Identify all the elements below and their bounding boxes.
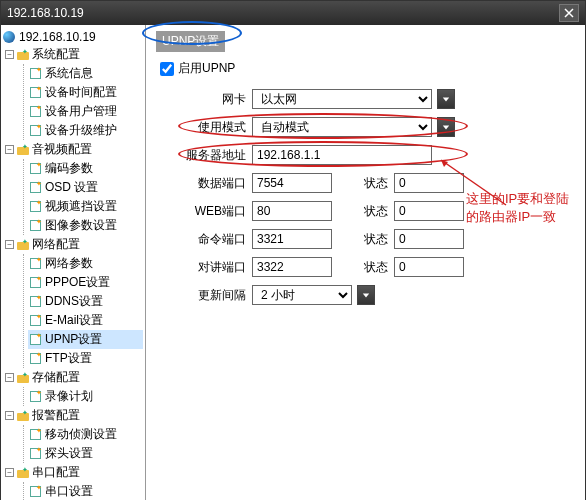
tree-item-label: 系统信息 [45, 65, 93, 82]
mode-label: 使用模式 [186, 119, 246, 136]
tree-item[interactable]: E-Mail设置 [28, 311, 143, 330]
mode-select[interactable]: 自动模式 [252, 117, 432, 137]
tree-item[interactable]: 系统信息 [28, 64, 143, 83]
window-title: 192.168.10.19 [7, 6, 84, 20]
page-icon [30, 277, 41, 288]
expander-icon[interactable]: − [5, 468, 14, 477]
data-status-input[interactable] [394, 173, 464, 193]
dropdown-icon[interactable] [437, 89, 455, 109]
folder-icon [17, 373, 29, 383]
tree-item[interactable]: 移动侦测设置 [28, 425, 143, 444]
tree-group-header[interactable]: −网络配置 [5, 235, 143, 254]
tree-group-label: 网络配置 [32, 236, 80, 253]
expander-icon[interactable]: − [5, 373, 14, 382]
tree-item[interactable]: 设备用户管理 [28, 102, 143, 121]
tree-item[interactable]: 串口设置 [28, 482, 143, 500]
tree-item-label: 编码参数 [45, 160, 93, 177]
cmd-port-input[interactable] [252, 229, 332, 249]
folder-icon [17, 240, 29, 250]
page-icon [30, 353, 41, 364]
close-icon [564, 8, 574, 18]
close-button[interactable] [559, 4, 579, 22]
server-input[interactable] [252, 145, 432, 165]
tree-group-header[interactable]: −音视频配置 [5, 140, 143, 159]
expander-icon[interactable]: − [5, 411, 14, 420]
tree-item[interactable]: UPNP设置 [28, 330, 143, 349]
status-label: 状态 [358, 203, 388, 220]
tree-item-label: 网络参数 [45, 255, 93, 272]
page-icon [30, 334, 41, 345]
nic-label: 网卡 [186, 91, 246, 108]
cmd-port-label: 命令端口 [186, 231, 246, 248]
tree-group-label: 串口配置 [32, 464, 80, 481]
page-icon [30, 125, 41, 136]
tree-item[interactable]: 设备升级维护 [28, 121, 143, 140]
tree-root-label: 192.168.10.19 [19, 30, 96, 44]
page-icon [30, 296, 41, 307]
web-port-label: WEB端口 [186, 203, 246, 220]
expander-icon[interactable]: − [5, 145, 14, 154]
tree-group-label: 音视频配置 [32, 141, 92, 158]
page-icon [30, 87, 41, 98]
enable-upnp-label: 启用UPNP [178, 60, 235, 77]
tree-item-label: 探头设置 [45, 445, 93, 462]
tree-item-label: UPNP设置 [45, 331, 102, 348]
enable-upnp-checkbox[interactable] [160, 62, 174, 76]
tree-item[interactable]: FTP设置 [28, 349, 143, 368]
expander-icon[interactable]: − [5, 240, 14, 249]
tree-item-label: 移动侦测设置 [45, 426, 117, 443]
tree-root[interactable]: 192.168.10.19 [3, 29, 143, 45]
page-icon [30, 391, 41, 402]
tree-item[interactable]: 编码参数 [28, 159, 143, 178]
page-icon [30, 220, 41, 231]
tree-item-label: 视频遮挡设置 [45, 198, 117, 215]
tree-group-header[interactable]: −报警配置 [5, 406, 143, 425]
tree-group-header[interactable]: −存储配置 [5, 368, 143, 387]
tree-item[interactable]: 录像计划 [28, 387, 143, 406]
web-port-input[interactable] [252, 201, 332, 221]
globe-icon [3, 31, 15, 43]
talk-status-input[interactable] [394, 257, 464, 277]
data-port-label: 数据端口 [186, 175, 246, 192]
panel-title: UPNP设置 [156, 31, 225, 52]
tree-item[interactable]: 视频遮挡设置 [28, 197, 143, 216]
tree-item[interactable]: 网络参数 [28, 254, 143, 273]
dropdown-icon[interactable] [437, 117, 455, 137]
dropdown-icon[interactable] [357, 285, 375, 305]
tree-group-header[interactable]: −串口配置 [5, 463, 143, 482]
tree-group-header[interactable]: −系统配置 [5, 45, 143, 64]
tree-item-label: 串口设置 [45, 483, 93, 500]
folder-icon [17, 50, 29, 60]
page-icon [30, 182, 41, 193]
web-status-input[interactable] [394, 201, 464, 221]
folder-icon [17, 411, 29, 421]
tree-item-label: 设备升级维护 [45, 122, 117, 139]
tree-item-label: 录像计划 [45, 388, 93, 405]
tree-item-label: 图像参数设置 [45, 217, 117, 234]
titlebar: 192.168.10.19 [1, 1, 585, 25]
page-icon [30, 448, 41, 459]
page-icon [30, 258, 41, 269]
tree-item[interactable]: 设备时间配置 [28, 83, 143, 102]
tree-item[interactable]: DDNS设置 [28, 292, 143, 311]
status-label: 状态 [358, 231, 388, 248]
main-panel: UPNP设置 启用UPNP 网卡 以太网 使用模式 自动模式 [146, 25, 585, 500]
status-label: 状态 [358, 175, 388, 192]
talk-port-input[interactable] [252, 257, 332, 277]
interval-label: 更新间隔 [186, 287, 246, 304]
tree-group-label: 存储配置 [32, 369, 80, 386]
tree-item[interactable]: 探头设置 [28, 444, 143, 463]
cmd-status-input[interactable] [394, 229, 464, 249]
tree-item-label: DDNS设置 [45, 293, 103, 310]
page-icon [30, 486, 41, 497]
tree-item[interactable]: PPPOE设置 [28, 273, 143, 292]
tree-item-label: 设备时间配置 [45, 84, 117, 101]
data-port-input[interactable] [252, 173, 332, 193]
expander-icon[interactable]: − [5, 50, 14, 59]
tree-item-label: FTP设置 [45, 350, 92, 367]
interval-select[interactable]: 2 小时 [252, 285, 352, 305]
nic-select[interactable]: 以太网 [252, 89, 432, 109]
tree-item-label: OSD 设置 [45, 179, 98, 196]
tree-item[interactable]: 图像参数设置 [28, 216, 143, 235]
tree-item[interactable]: OSD 设置 [28, 178, 143, 197]
